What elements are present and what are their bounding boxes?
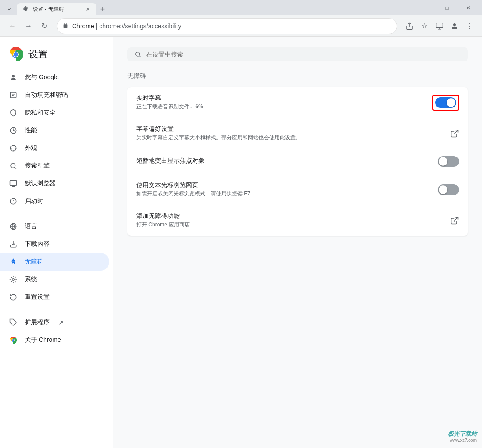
caret-toggle[interactable] — [438, 184, 459, 195]
back-button[interactable]: ← — [5, 19, 19, 33]
caret-toggle-thumb — [439, 185, 447, 194]
close-button[interactable]: ✕ — [458, 0, 478, 15]
sidebar-item-system[interactable]: 系统 — [0, 271, 109, 288]
new-tab-button[interactable]: + — [96, 3, 109, 15]
sidebar-item-browser[interactable]: 默认浏览器 — [0, 175, 109, 192]
performance-icon — [9, 126, 18, 135]
main-content: 设置 您与 Google 自动填充和密码 隐私和安全 性能 — [0, 37, 482, 448]
search-input[interactable] — [146, 51, 461, 58]
caption-prefs-info: 字幕偏好设置 为实时字幕自定义字幕大小和样式。部分应用和网站也会使用此设置。 — [136, 125, 443, 142]
sidebar-label-language: 语言 — [25, 222, 37, 230]
browser-icon — [9, 179, 18, 188]
sidebar-item-about[interactable]: 关于 Chrome — [0, 331, 109, 349]
captions-desc: 正在下载语音识别文件... 6% — [136, 103, 425, 111]
svg-point-5 — [453, 23, 456, 26]
maximize-button[interactable]: □ — [437, 0, 457, 15]
bookmark-button[interactable]: ☆ — [417, 19, 432, 33]
menu-button[interactable]: ⋮ — [463, 19, 477, 33]
chrome-logo — [9, 47, 23, 61]
title-bar: ⌄ 设置 - 无障碍 ✕ + — □ ✕ — [0, 0, 482, 15]
tab-area: 设置 - 无障碍 ✕ + — [17, 0, 413, 15]
svg-point-31 — [12, 339, 15, 341]
profile-button[interactable] — [447, 19, 462, 33]
tab-close-button[interactable]: ✕ — [84, 6, 91, 13]
sidebar-header: 设置 — [0, 40, 113, 69]
sidebar-label-accessibility: 无障碍 — [25, 258, 43, 266]
captions-action — [432, 95, 459, 111]
tab-strip-chevron[interactable]: ⌄ — [4, 3, 14, 13]
sidebar-label-appearance: 外观 — [25, 144, 37, 152]
shield-icon — [9, 108, 18, 117]
settings-search-box[interactable] — [127, 47, 468, 61]
tab-favicon — [22, 6, 29, 13]
focus-title: 短暂地突出显示焦点对象 — [136, 157, 431, 165]
caret-desc: 如需开启或关闭光标浏览模式，请使用快捷键 F7 — [136, 190, 431, 198]
focus-info: 短暂地突出显示焦点对象 — [136, 157, 431, 166]
focus-toggle-thumb — [439, 157, 447, 166]
captions-info: 实时字幕 正在下载语音识别文件... 6% — [136, 94, 425, 111]
sidebar-item-appearance[interactable]: 外观 — [0, 139, 109, 157]
add-accessibility-desc: 打开 Chrome 应用商店 — [136, 221, 443, 229]
caret-info: 使用文本光标浏览网页 如需开启或关闭光标浏览模式，请使用快捷键 F7 — [136, 181, 431, 198]
toggle-thumb — [447, 98, 455, 107]
active-tab[interactable]: 设置 - 无障碍 ✕ — [17, 3, 96, 15]
sidebar-item-language[interactable]: 语言 — [0, 218, 109, 235]
sidebar-divider-2 — [0, 310, 113, 310]
sidebar-item-reset[interactable]: 重置设置 — [0, 288, 109, 306]
sidebar-label-download: 下载内容 — [25, 240, 50, 248]
svg-point-26 — [13, 259, 14, 260]
extensions-icon — [9, 318, 18, 327]
sidebar-item-search[interactable]: 搜索引擎 — [0, 157, 109, 175]
minimize-button[interactable]: — — [416, 0, 436, 15]
sidebar-item-autofill[interactable]: 自动填充和密码 — [0, 86, 109, 104]
watermark-url: www.xz7.com — [450, 438, 477, 443]
reset-icon — [9, 293, 18, 302]
focus-toggle[interactable] — [438, 156, 459, 167]
sidebar-label-reset: 重置设置 — [25, 293, 50, 301]
svg-line-33 — [139, 56, 141, 57]
sidebar-item-google[interactable]: 您与 Google — [0, 69, 109, 86]
sidebar-item-performance[interactable]: 性能 — [0, 122, 109, 139]
url-text: Chrome | chrome://settings/accessibility — [72, 23, 391, 30]
sidebar-label-about: 关于 Chrome — [25, 336, 61, 344]
settings-row-add-accessibility: 添加无障碍功能 打开 Chrome 应用商店 — [127, 205, 468, 236]
nav-bar: ← → ↻ Chrome | chrome://settings/accessi… — [0, 15, 482, 37]
share-button[interactable] — [402, 19, 416, 33]
sidebar-label-system: 系统 — [25, 276, 37, 283]
add-accessibility-external-link-icon — [450, 216, 459, 225]
captions-highlight-box — [432, 95, 459, 111]
sidebar-item-privacy[interactable]: 隐私和安全 — [0, 104, 109, 122]
sidebar-label-google: 您与 Google — [25, 73, 59, 81]
caption-prefs-title: 字幕偏好设置 — [136, 125, 443, 133]
nav-actions: ☆ ⋮ — [402, 19, 477, 33]
sidebar-item-accessibility[interactable]: 无障碍 — [0, 253, 109, 271]
language-icon — [9, 222, 18, 231]
address-bar[interactable]: Chrome | chrome://settings/accessibility — [57, 18, 397, 34]
forward-button[interactable]: → — [21, 19, 35, 33]
external-link-icon — [450, 129, 459, 138]
system-icon — [9, 275, 18, 284]
tab-search-button[interactable] — [432, 19, 447, 33]
sidebar: 设置 您与 Google 自动填充和密码 隐私和安全 性能 — [0, 37, 113, 448]
add-accessibility-action[interactable] — [450, 216, 459, 225]
watermark: 极光下载站 www.xz7.com — [448, 430, 477, 443]
search-icon — [9, 161, 18, 170]
about-icon — [9, 336, 18, 345]
section-title: 无障碍 — [127, 72, 468, 80]
caret-title: 使用文本光标浏览网页 — [136, 181, 431, 189]
lock-icon — [62, 22, 69, 30]
search-icon — [135, 51, 142, 58]
caption-prefs-action[interactable] — [450, 129, 459, 138]
sidebar-item-startup[interactable]: 启动时 — [0, 192, 109, 210]
svg-point-16 — [11, 163, 15, 168]
sidebar-item-download[interactable]: 下载内容 — [0, 235, 109, 253]
sidebar-divider-1 — [0, 214, 113, 214]
settings-row-focus: 短暂地突出显示焦点对象 — [127, 149, 468, 174]
content-area: 无障碍 实时字幕 正在下载语音识别文件... 6% — [113, 37, 482, 448]
sidebar-label-extensions: 扩展程序 — [25, 318, 50, 326]
refresh-button[interactable]: ↻ — [37, 19, 51, 33]
sidebar-item-extensions[interactable]: 扩展程序 ↗ — [0, 314, 109, 331]
captions-toggle[interactable] — [435, 97, 456, 108]
svg-line-34 — [454, 130, 458, 134]
appearance-icon — [9, 144, 18, 153]
